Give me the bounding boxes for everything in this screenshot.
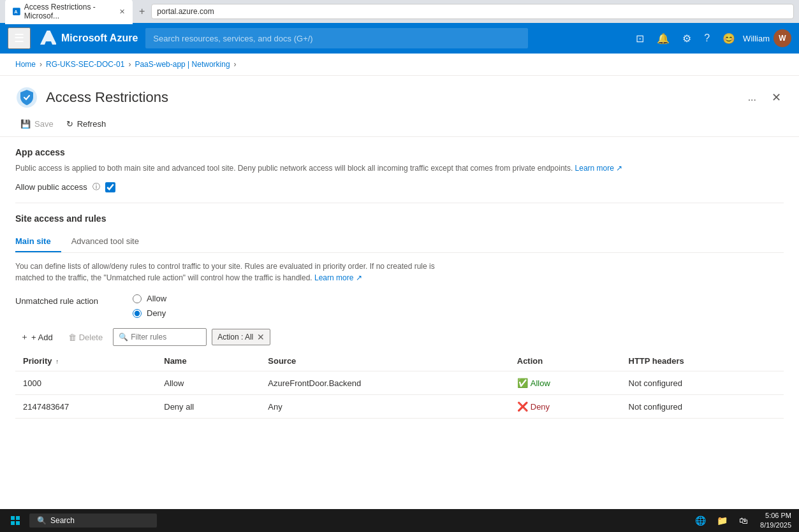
site-access-title: Site access and rules xyxy=(15,213,784,224)
radio-allow-label: Allow xyxy=(147,294,166,303)
page-icon xyxy=(15,86,38,109)
delete-label: Delete xyxy=(79,333,103,342)
app-access-section: App access Public access is applied to b… xyxy=(0,137,799,203)
breadcrumb-parent[interactable]: PaaS-web-app | Networking xyxy=(135,60,230,69)
name-cell: Allow xyxy=(156,371,260,395)
delete-icon: 🗑 xyxy=(68,333,77,342)
add-icon: ＋ xyxy=(20,331,29,343)
filter-tag-label: Action : All xyxy=(217,333,253,341)
info-icon[interactable]: ⓘ xyxy=(92,182,100,192)
refresh-icon: ↻ xyxy=(66,119,73,129)
filter-input-wrapper[interactable]: 🔍 xyxy=(113,328,207,346)
allow-icon: ✅ xyxy=(517,378,528,388)
taskbar-search-label: Search xyxy=(50,516,75,525)
address-bar[interactable] xyxy=(151,4,794,19)
app-access-learn-more[interactable]: Learn more ↗ xyxy=(575,164,623,173)
new-tab-button[interactable]: + xyxy=(135,4,149,18)
allow-public-access-checkbox[interactable] xyxy=(105,182,115,192)
taskbar: 🔍 Search 🌐 📁 🛍 5:06 PM 8/19/2025 xyxy=(0,509,799,532)
breadcrumb-home[interactable]: Home xyxy=(15,60,36,69)
user-section[interactable]: William W xyxy=(743,29,791,47)
add-label: + Add xyxy=(31,333,53,342)
start-button[interactable] xyxy=(3,509,28,532)
priority-cell: 1000 xyxy=(15,371,156,395)
http-headers-cell: Not configured xyxy=(621,371,784,395)
cloud-shell-icon[interactable]: ⊡ xyxy=(631,29,649,48)
radio-allow[interactable] xyxy=(133,294,142,303)
feedback-icon[interactable]: 😊 xyxy=(717,29,740,48)
hamburger-menu[interactable]: ☰ xyxy=(8,27,31,49)
tab-main-site[interactable]: Main site xyxy=(15,231,61,252)
site-access-tabs: Main site Advanced tool site xyxy=(15,231,784,253)
user-name: William xyxy=(743,34,770,43)
col-source: Source xyxy=(260,351,509,371)
browser-tab[interactable]: A Access Restrictions - Microsof... ✕ xyxy=(5,0,133,24)
filter-tag-close[interactable]: ✕ xyxy=(257,332,265,342)
http-headers-cell: Not configured xyxy=(621,395,784,419)
breadcrumb-sep-3: › xyxy=(234,60,237,69)
app-access-title: App access xyxy=(15,147,784,157)
breadcrumb-sep-1: › xyxy=(40,60,42,69)
source-cell: Any xyxy=(260,395,509,419)
table-row[interactable]: 1000 Allow AzureFrontDoor.Backend ✅Allow… xyxy=(15,371,784,395)
site-access-section: Site access and rules Main site Advanced… xyxy=(0,203,799,429)
filter-input[interactable] xyxy=(131,333,201,341)
taskbar-store-icon[interactable]: 🛍 xyxy=(733,510,754,531)
add-rule-button[interactable]: ＋ + Add xyxy=(15,329,58,345)
unmatched-rule-radio-group: Allow Deny xyxy=(133,294,166,318)
toolbar: 💾 Save ↻ Refresh xyxy=(0,109,799,137)
breadcrumb: Home › RG-UKS-SEC-DOC-01 › PaaS-web-app … xyxy=(0,54,799,76)
azure-logo: Microsoft Azure xyxy=(38,29,138,47)
azure-search[interactable] xyxy=(145,28,528,48)
taskbar-search[interactable]: 🔍 Search xyxy=(29,514,157,528)
save-label: Save xyxy=(34,119,54,129)
page-title: Access Restrictions xyxy=(46,89,735,106)
save-icon: 💾 xyxy=(20,119,31,129)
action-cell: ❌Deny xyxy=(517,401,613,412)
taskbar-file-icon[interactable]: 📁 xyxy=(712,510,732,531)
action-cell: ✅Allow xyxy=(517,378,613,388)
page-content: Access Restrictions ... ✕ 💾 Save ↻ Refre… xyxy=(0,76,799,531)
breadcrumb-rg[interactable]: RG-UKS-SEC-DOC-01 xyxy=(46,60,124,69)
tab-title: Access Restrictions - Microsof... xyxy=(24,3,115,20)
allow-public-access-row: Allow public access ⓘ xyxy=(15,182,784,192)
delete-rule-button[interactable]: 🗑 Delete xyxy=(63,330,108,345)
notifications-icon[interactable]: 🔔 xyxy=(652,29,675,48)
tab-advanced-tool-site[interactable]: Advanced tool site xyxy=(61,231,149,252)
action-cell-wrapper: ❌Deny xyxy=(509,395,621,419)
radio-deny-label: Deny xyxy=(147,308,166,318)
help-icon[interactable]: ? xyxy=(699,29,715,48)
col-name: Name xyxy=(156,351,260,371)
unmatched-rule-label: Unmatched rule action xyxy=(15,294,117,306)
breadcrumb-sep-2: › xyxy=(128,60,131,69)
svg-rect-6 xyxy=(16,521,20,525)
nav-icons: ⊡ 🔔 ⚙ ? 😊 William W xyxy=(631,29,791,48)
table-row[interactable]: 2147483647 Deny all Any ❌Deny Not config… xyxy=(15,395,784,419)
save-button[interactable]: 💾 Save xyxy=(15,117,59,131)
action-cell-wrapper: ✅Allow xyxy=(509,371,621,395)
allow-public-access-label: Allow public access xyxy=(15,182,87,192)
radio-allow-row: Allow xyxy=(133,294,166,303)
app-access-description: Public access is applied to both main si… xyxy=(15,162,784,174)
ellipsis-button[interactable]: ... xyxy=(743,89,761,106)
close-button[interactable]: ✕ xyxy=(769,88,784,107)
col-http-headers: HTTP headers xyxy=(621,351,784,371)
refresh-button[interactable]: ↻ Refresh xyxy=(61,117,112,131)
taskbar-time: 5:06 PM xyxy=(760,511,791,521)
col-priority[interactable]: Priority ↑ xyxy=(15,351,156,371)
rules-toolbar: ＋ + Add 🗑 Delete 🔍 Action : All ✕ xyxy=(15,328,784,346)
source-cell: AzureFrontDoor.Backend xyxy=(260,371,509,395)
azure-topnav: ☰ Microsoft Azure ⊡ 🔔 ⚙ ? 😊 William W xyxy=(0,23,799,54)
taskbar-browser-icon[interactable]: 🌐 xyxy=(690,510,710,531)
site-access-learn-more[interactable]: Learn more ↗ xyxy=(314,273,362,282)
settings-icon[interactable]: ⚙ xyxy=(677,29,696,48)
tab-description: You can define lists of allow/deny rules… xyxy=(15,261,462,284)
filter-icon: 🔍 xyxy=(119,333,128,341)
page-header: Access Restrictions ... ✕ xyxy=(0,76,799,109)
tab-close-icon[interactable]: ✕ xyxy=(119,8,125,16)
col-action: Action xyxy=(509,351,621,371)
radio-deny[interactable] xyxy=(133,309,142,318)
taskbar-date: 8/19/2025 xyxy=(760,521,791,530)
unmatched-rule-section: Unmatched rule action Allow Deny xyxy=(15,294,784,318)
search-input[interactable] xyxy=(145,28,528,48)
